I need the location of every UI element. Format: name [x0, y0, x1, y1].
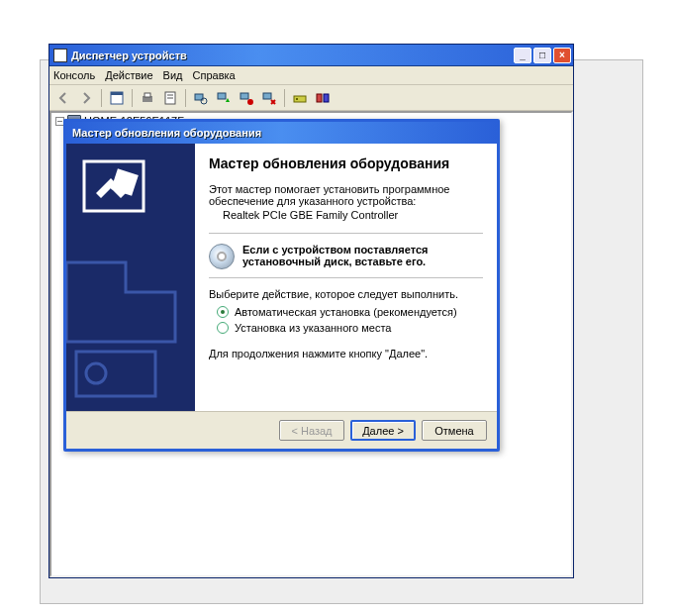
hardware-update-wizard: Мастер обновления оборудования Мастер об… — [63, 119, 500, 452]
divider — [209, 277, 483, 278]
radio-button-icon[interactable] — [217, 322, 229, 334]
toolbar-separator — [284, 89, 285, 107]
svg-rect-3 — [144, 93, 150, 97]
maximize-button[interactable]: □ — [533, 48, 551, 63]
cd-icon — [209, 244, 235, 269]
wizard-title: Мастер обновления оборудования — [72, 127, 261, 139]
update-driver-icon[interactable] — [214, 88, 234, 108]
device-manager-titlebar[interactable]: Диспетчер устройств _ □ × — [49, 45, 573, 66]
legacy-icon[interactable] — [290, 88, 310, 108]
wizard-sidebar-art — [66, 144, 195, 411]
svg-rect-13 — [294, 96, 306, 102]
device-manager-menubar: Консоль Действие Вид Справка — [49, 66, 573, 85]
wizard-device-name: Realtek PCIe GBE Family Controller — [223, 209, 483, 221]
toolbar-separator — [101, 89, 102, 107]
wizard-cd-hint-text: Если с устройством поставляется установо… — [242, 244, 483, 267]
back-icon[interactable] — [53, 88, 73, 108]
wizard-heading: Мастер обновления оборудования — [209, 155, 483, 173]
prop-page-icon[interactable] — [160, 88, 180, 108]
wizard-footer: < Назад Далее > Отмена — [66, 411, 497, 449]
menu-action[interactable]: Действие — [105, 69, 152, 81]
svg-rect-15 — [317, 94, 322, 102]
wizard-titlebar[interactable]: Мастер обновления оборудования — [66, 122, 497, 144]
wizard-action-prompt: Выберите действие, которое следует выпол… — [209, 288, 483, 300]
svg-rect-10 — [240, 93, 248, 99]
toolbar-separator — [185, 89, 186, 107]
svg-rect-9 — [218, 93, 226, 99]
svg-rect-16 — [324, 94, 329, 102]
svg-rect-1 — [111, 92, 123, 95]
bridge-icon[interactable] — [313, 88, 333, 108]
svg-rect-12 — [263, 93, 271, 99]
properties-icon[interactable] — [107, 88, 127, 108]
menu-help[interactable]: Справка — [193, 69, 236, 81]
uninstall-icon[interactable] — [259, 88, 279, 108]
forward-icon[interactable] — [76, 88, 96, 108]
wizard-description: Этот мастер помогает установить программ… — [209, 183, 483, 207]
wizard-cd-hint: Если с устройством поставляется установо… — [209, 244, 483, 269]
close-button[interactable]: × — [553, 48, 571, 63]
scan-icon[interactable] — [191, 88, 211, 108]
svg-rect-14 — [296, 98, 298, 100]
radio-button-icon[interactable] — [217, 306, 229, 318]
device-manager-toolbar — [49, 85, 573, 111]
device-manager-title: Диспетчер устройств — [71, 50, 512, 61]
menu-view[interactable]: Вид — [163, 69, 183, 81]
divider — [209, 233, 483, 234]
radio-auto-label: Автоматическая установка (рекомендуется) — [235, 306, 457, 318]
next-button[interactable]: Далее > — [350, 420, 416, 441]
disable-icon[interactable] — [237, 88, 256, 108]
radio-auto-install[interactable]: Автоматическая установка (рекомендуется) — [217, 306, 483, 318]
wizard-continue-hint: Для продолжения нажмите кнопку "Далее". — [209, 348, 483, 359]
minimize-button[interactable]: _ — [514, 48, 531, 63]
menu-console[interactable]: Консоль — [53, 69, 95, 81]
device-manager-icon — [53, 49, 67, 62]
back-button: < Назад — [279, 420, 344, 441]
svg-point-8 — [201, 98, 207, 104]
radio-manual-label: Установка из указанного места — [235, 322, 391, 334]
toolbar-separator — [132, 89, 133, 107]
radio-manual-install[interactable]: Установка из указанного места — [217, 322, 483, 334]
print-icon[interactable] — [138, 88, 157, 108]
cancel-button[interactable]: Отмена — [422, 420, 487, 441]
wizard-content: Мастер обновления оборудования Этот маст… — [195, 144, 497, 411]
svg-point-11 — [247, 99, 253, 105]
